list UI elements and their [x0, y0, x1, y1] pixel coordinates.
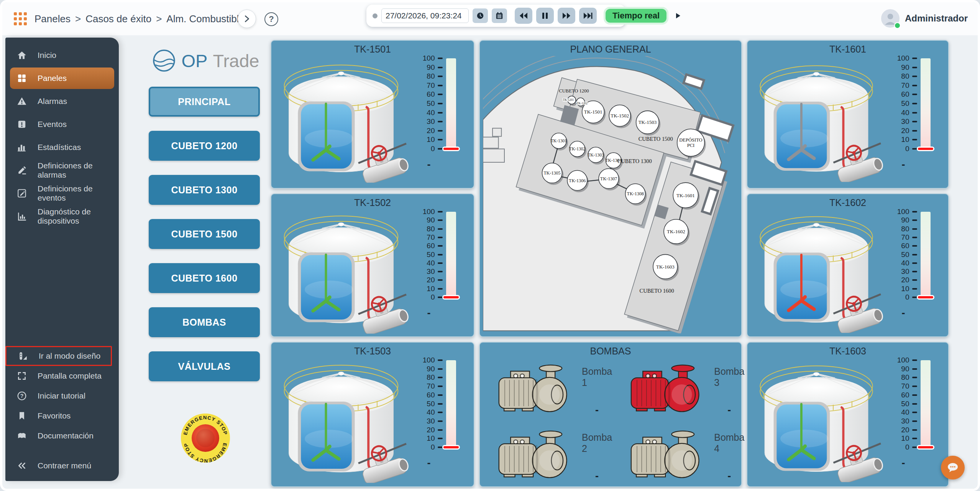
gauge-tick-label: 70: [427, 382, 435, 390]
realtime-badge[interactable]: Tiempo real: [606, 9, 666, 23]
gauge-tick-label: 40: [427, 259, 435, 267]
book-icon: [16, 430, 28, 442]
gauge-indicator: [917, 147, 934, 151]
skip-end-button[interactable]: [579, 8, 597, 24]
sidebar-item-contraer-men-[interactable]: Contraer menú: [5, 456, 119, 476]
sidebar-item-inicio[interactable]: Inicio: [5, 44, 119, 67]
exclaim-icon: [16, 119, 28, 130]
user-menu[interactable]: Administrador: [881, 9, 968, 28]
nav-button-cubeto-1200[interactable]: CUBETO 1200: [149, 131, 260, 161]
breadcrumb-item[interactable]: Casos de éxito: [85, 13, 151, 25]
gauge-tick-label: 30: [427, 267, 435, 276]
sidebar-item-iniciar-tutorial[interactable]: ?Iniciar tutorial: [5, 386, 119, 406]
gauge-tick-label: 70: [901, 233, 909, 242]
breadcrumb-item[interactable]: Alm. Combustible: [166, 13, 238, 25]
nav-button-cubeto-1600[interactable]: CUBETO 1600: [149, 263, 260, 293]
pump-label: Bomba 2: [582, 432, 612, 454]
nav-button-cubeto-1500[interactable]: CUBETO 1500: [149, 219, 260, 249]
sidebar-item-label: Definiciones de eventos: [38, 184, 114, 203]
sidebar-item-definiciones-de-eventos[interactable]: Definiciones de eventos: [5, 182, 119, 205]
apps-grid-icon[interactable]: [14, 12, 28, 26]
step-forward-button[interactable]: [675, 12, 681, 19]
level-gauge: 1009080706050403020100 -: [887, 58, 938, 183]
plan-label: CUBETO 1600: [640, 288, 674, 294]
plan-label: TK-1304: [605, 158, 622, 163]
sidebar-item-ir-al-modo-dise-o[interactable]: Ir al modo diseño: [5, 346, 112, 366]
gauge-tick-label: 0: [905, 145, 909, 153]
sidebar-item-eventos[interactable]: Eventos: [5, 113, 119, 136]
pause-button[interactable]: [536, 8, 554, 24]
gauge-tick-label: 50: [901, 99, 909, 108]
nav-button-principal[interactable]: PRINCIPAL: [149, 87, 260, 117]
nav-button-cubeto-1300[interactable]: CUBETO 1300: [149, 175, 260, 205]
tank-graphic: [749, 208, 884, 334]
plan-label: TK-1202: [577, 102, 588, 105]
breadcrumb-separator: >: [75, 13, 81, 25]
breadcrumb-item[interactable]: Paneles: [34, 13, 71, 25]
gauge-tick-label: 70: [427, 81, 435, 90]
fast-forward-button[interactable]: [558, 8, 575, 24]
realtime-badge-wrap: Tiempo real: [604, 7, 668, 25]
gauge-tick-label: 70: [901, 81, 909, 90]
help-button[interactable]: ?: [264, 12, 278, 26]
sidebar-item-label: Paneles: [38, 74, 67, 83]
calendar-button[interactable]: [492, 8, 507, 23]
sidebar-item-paneles[interactable]: Paneles: [10, 68, 114, 89]
editline-icon: [16, 165, 28, 176]
panel-title: BOMBAS: [480, 346, 741, 357]
tank-graphic: [749, 356, 884, 484]
plan-label: TK-1307: [600, 176, 617, 181]
sidebar-item-favoritos[interactable]: Favoritos: [5, 406, 119, 426]
tank-panel-tk-1502: TK-1502 1009080706050403020100 -: [271, 193, 474, 337]
realtime-label: Tiempo real: [612, 11, 660, 20]
sidebar-item-label: Documentación: [38, 431, 94, 440]
gauge-tick-label: 70: [427, 233, 435, 242]
pump-label: Bomba 1: [582, 366, 612, 388]
gauge-tick-label: 60: [427, 391, 435, 399]
brand-logo: OP Trade: [148, 45, 263, 76]
sidebar-item-alarmas[interactable]: Alarmas: [5, 90, 119, 113]
gauge-tick-label: 0: [905, 443, 909, 451]
gauge-tick-label: 20: [901, 276, 909, 284]
gauge-tick-label: 90: [901, 216, 909, 224]
tank-title: TK-1601: [747, 44, 948, 55]
chat-button[interactable]: [941, 456, 965, 479]
tank-title: TK-1603: [747, 346, 948, 357]
emergency-stop-button[interactable]: EMERGENCY STOP EMERGENCY STOP: [180, 413, 231, 463]
gauge-tick-label: 100: [423, 208, 435, 216]
sidebar-item-label: Eventos: [38, 120, 67, 129]
gauge-tick-label: 100: [423, 54, 435, 63]
gauge-tick-label: 40: [901, 259, 909, 267]
breadcrumb-next-button[interactable]: [238, 10, 256, 28]
sidebar-item-diagn-stico-de-dispositivos[interactable]: Diagnóstico de dispositivos: [5, 205, 119, 228]
gauge-value: -: [902, 307, 905, 319]
sidebar-item-documentaci-n[interactable]: Documentación: [5, 426, 119, 446]
plan-label: TK-1601: [676, 193, 695, 198]
app-root: Paneles>Casos de éxito>Alm. Combustible>…: [0, 0, 980, 491]
home-icon: [16, 49, 28, 61]
rewind-button[interactable]: [515, 8, 532, 24]
plan-label: TK-1306: [569, 178, 586, 183]
warning-icon: [16, 96, 28, 107]
gauge-ticks: 1009080706050403020100: [895, 58, 917, 149]
nav-button-v-lvulas[interactable]: VÁLVULAS: [149, 351, 260, 381]
tank-title: TK-1501: [271, 44, 474, 55]
sidebar-item-pantalla-completa[interactable]: Pantalla completa: [5, 366, 119, 386]
sidebar-item-definiciones-de-alarmas[interactable]: Definiciones de alarmas: [5, 159, 119, 182]
panel-nav-buttons: PRINCIPALCUBETO 1200CUBETO 1300CUBETO 15…: [148, 87, 263, 381]
sidebar-item-label: Ir al modo diseño: [39, 351, 100, 361]
sidebar-item-estad-sticas[interactable]: Estadísticas: [5, 136, 119, 159]
gauge-tick-label: 80: [427, 225, 435, 233]
sidebar-item-label: Pantalla completa: [38, 371, 102, 381]
gauge-tick-label: 10: [901, 434, 909, 443]
clock-button[interactable]: [473, 8, 488, 23]
logo-trade: Trade: [213, 50, 259, 71]
gauge-tick-label: 70: [901, 382, 909, 390]
optrade-globe-icon: [152, 48, 176, 73]
nav-button-bombas[interactable]: BOMBAS: [149, 307, 260, 337]
dashboard-grid: PLANO GENERAL: [271, 40, 949, 487]
gauge-tick-label: 0: [431, 293, 435, 302]
datetime-input[interactable]: [381, 8, 469, 23]
grid-icon: [16, 72, 28, 84]
gauge-tick-label: 60: [901, 90, 909, 99]
